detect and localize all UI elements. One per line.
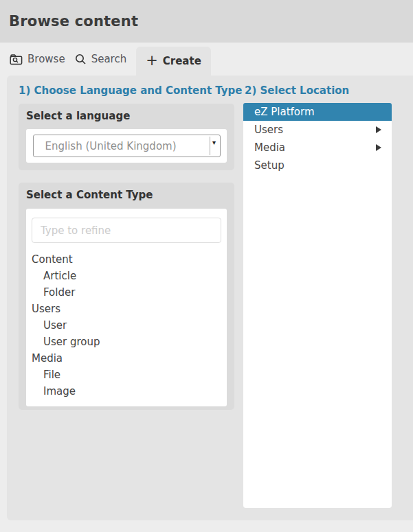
content-type-filter-input[interactable]: [32, 218, 221, 243]
content-type-group[interactable]: Users: [32, 301, 227, 317]
location-item[interactable]: Setup: [243, 157, 392, 174]
location-label: Media: [254, 141, 285, 154]
content-type-list-container: ContentArticleFolderUsersUserUser groupM…: [26, 209, 227, 406]
content-type-item[interactable]: Image: [32, 383, 227, 400]
language-section-heading: Select a language: [19, 104, 234, 122]
content-type-item[interactable]: File: [32, 367, 227, 383]
tab-browse-label: Browse: [27, 53, 65, 65]
language-select-value: English (United Kingdom): [45, 140, 177, 152]
language-select[interactable]: English (United Kingdom) ▾: [33, 135, 221, 157]
chevron-right-icon: [376, 144, 381, 151]
location-label: Users: [254, 124, 283, 136]
location-item[interactable]: Media: [243, 139, 392, 157]
tab-bar: Browse Search + Create: [0, 43, 413, 76]
content-type-list: ContentArticleFolderUsersUserUser groupM…: [32, 251, 227, 400]
location-label: eZ Platform: [254, 106, 315, 118]
content-type-group[interactable]: Media: [32, 350, 227, 367]
content-type-item[interactable]: User: [32, 317, 227, 334]
location-label: Setup: [254, 159, 284, 172]
location-list: eZ PlatformUsersMediaSetup: [243, 103, 392, 508]
language-section: Select a language English (United Kingdo…: [19, 104, 234, 170]
location-item[interactable]: Users: [243, 121, 392, 139]
content-type-group[interactable]: Content: [32, 251, 227, 268]
content-type-item[interactable]: Article: [32, 268, 227, 284]
plus-icon: +: [146, 54, 158, 68]
folder-search-icon: [10, 54, 23, 65]
tab-create[interactable]: + Create: [136, 47, 211, 76]
page-title: Browse content: [9, 13, 138, 30]
chevron-right-icon: [376, 126, 381, 133]
step1-heading: 1) Choose Language and Content Type: [19, 84, 242, 97]
tab-browse[interactable]: Browse: [10, 43, 72, 76]
create-tab-panel: 1) Choose Language and Content Type 2) S…: [7, 76, 413, 520]
step2-heading: 2) Select Location: [245, 84, 349, 97]
content-type-item[interactable]: Folder: [32, 284, 227, 301]
content-type-item[interactable]: User group: [32, 334, 227, 350]
tab-create-label: Create: [163, 55, 201, 67]
tab-search[interactable]: Search: [75, 43, 134, 76]
language-select-container: English (United Kingdom) ▾: [26, 129, 227, 163]
search-icon: [75, 54, 87, 65]
tab-search-label: Search: [91, 53, 127, 65]
content-type-section: Select a Content Type ContentArticleFold…: [19, 183, 234, 410]
dropdown-caret-icon[interactable]: ▾: [210, 137, 219, 155]
location-item[interactable]: eZ Platform: [243, 103, 392, 121]
dialog-header: Browse content: [0, 0, 413, 43]
content-type-section-heading: Select a Content Type: [19, 183, 234, 201]
